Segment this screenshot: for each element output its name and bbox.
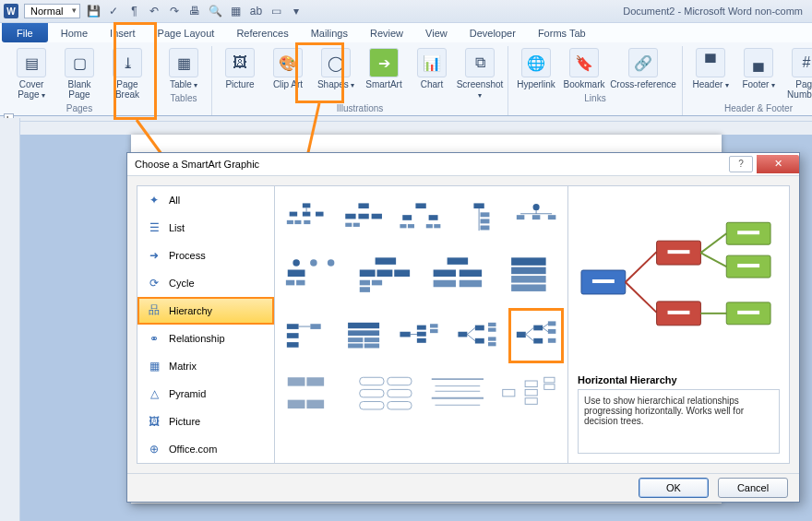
svg-rect-101 xyxy=(360,389,384,397)
bookmark-button[interactable]: 🔖Bookmark xyxy=(562,46,606,91)
category-relationship[interactable]: ⚭Relationship xyxy=(137,325,274,352)
tab-formstab[interactable]: Forms Tab xyxy=(527,23,597,42)
cover-page-button[interactable]: ▤Cover Page xyxy=(9,46,54,101)
gallery-thumb[interactable] xyxy=(514,195,558,240)
gallery-thumb[interactable] xyxy=(399,314,443,358)
svg-rect-132 xyxy=(737,310,759,314)
dialog-help-button[interactable]: ? xyxy=(729,156,753,172)
tab-developer[interactable]: Developer xyxy=(459,23,527,42)
svg-rect-6 xyxy=(290,211,298,216)
page-break-button[interactable]: ⤓Page Break xyxy=(105,46,149,101)
paragraph-icon[interactable]: ¶ xyxy=(126,4,141,18)
cross-reference-button[interactable]: 🔗Cross-reference xyxy=(610,46,676,91)
gallery-thumb[interactable] xyxy=(428,255,487,299)
svg-rect-82 xyxy=(488,327,496,331)
svg-rect-13 xyxy=(345,213,355,219)
category-all[interactable]: ✦All xyxy=(137,186,274,214)
svg-rect-35 xyxy=(548,215,556,219)
tab-review[interactable]: Review xyxy=(359,23,414,42)
screenshot-button[interactable]: ⧉Screenshot xyxy=(458,46,502,101)
svg-rect-104 xyxy=(388,401,412,409)
tab-insert[interactable]: Insert xyxy=(99,23,147,42)
tab-view[interactable]: View xyxy=(414,23,459,42)
svg-rect-9 xyxy=(287,219,293,223)
save-icon[interactable]: 💾 xyxy=(86,4,101,18)
cancel-button[interactable]: Cancel xyxy=(718,478,788,498)
clipart-button[interactable]: 🎨Clip Art xyxy=(266,46,310,101)
svg-rect-123 xyxy=(668,310,690,314)
hyperlink-button[interactable]: 🌐Hyperlink xyxy=(514,46,558,91)
svg-rect-48 xyxy=(360,287,370,292)
gallery-thumb[interactable] xyxy=(341,314,386,358)
category-officecom[interactable]: ⊕Office.com xyxy=(137,435,274,463)
field-icon[interactable]: ▭ xyxy=(269,4,283,18)
gallery-thumb[interactable] xyxy=(499,255,558,299)
shapes-button[interactable]: ◯Shapes xyxy=(314,46,358,101)
svg-rect-92 xyxy=(548,321,556,326)
gallery-thumb[interactable] xyxy=(341,195,386,240)
textbox-icon[interactable]: ab xyxy=(248,4,263,18)
svg-rect-65 xyxy=(348,337,363,342)
svg-rect-113 xyxy=(525,397,537,404)
dialog-close-button[interactable]: ✕ xyxy=(757,155,799,173)
header-button[interactable]: ▀Header xyxy=(688,46,733,101)
gallery-thumb[interactable] xyxy=(428,373,487,417)
gallery-thumb[interactable] xyxy=(356,255,415,299)
svg-rect-88 xyxy=(533,325,543,330)
blank-page-button[interactable]: ▢Blank Page xyxy=(57,46,102,101)
tab-mailings[interactable]: Mailings xyxy=(300,23,359,42)
svg-rect-98 xyxy=(306,399,324,408)
gallery-thumb[interactable] xyxy=(399,195,443,240)
gallery-thumb[interactable] xyxy=(284,314,328,358)
gallery-thumb[interactable] xyxy=(284,195,328,240)
ok-button[interactable]: OK xyxy=(639,478,709,498)
svg-rect-51 xyxy=(459,269,481,277)
gallery-thumb[interactable] xyxy=(356,373,415,417)
svg-rect-102 xyxy=(388,389,412,397)
tab-home[interactable]: Home xyxy=(50,23,99,42)
gallery-thumb-selected[interactable] xyxy=(514,314,558,358)
shapes-icon: ◯ xyxy=(321,48,351,77)
smartart-button[interactable]: ➔SmartArt xyxy=(362,46,406,101)
svg-rect-53 xyxy=(459,279,481,287)
style-selector[interactable]: Normal xyxy=(24,4,80,18)
gallery-thumb[interactable] xyxy=(457,195,501,240)
category-list[interactable]: ☰List xyxy=(137,214,274,242)
gallery-thumb[interactable] xyxy=(457,314,501,358)
category-matrix[interactable]: ▦Matrix xyxy=(137,352,274,380)
footer-button[interactable]: ▄Footer xyxy=(736,46,781,101)
customize-qat-icon[interactable]: ▾ xyxy=(289,4,304,18)
redo-icon[interactable]: ↷ xyxy=(167,4,182,18)
list-icon: ☰ xyxy=(147,220,161,235)
svg-rect-95 xyxy=(288,377,305,385)
category-cycle[interactable]: ⟳Cycle xyxy=(137,269,274,297)
tab-pagelayout[interactable]: Page Layout xyxy=(147,23,226,42)
dialog-footer: OK Cancel xyxy=(127,473,799,502)
table-button[interactable]: ▦Table xyxy=(161,46,206,91)
svg-line-124 xyxy=(700,233,726,253)
page-number-button[interactable]: #Page Number xyxy=(784,46,812,101)
svg-rect-25 xyxy=(473,203,484,208)
tab-references[interactable]: References xyxy=(225,23,299,42)
gallery-thumb[interactable] xyxy=(284,373,343,417)
category-pyramid[interactable]: △Pyramid xyxy=(137,380,274,408)
category-process[interactable]: ➜Process xyxy=(137,242,274,269)
gallery-thumb[interactable] xyxy=(499,373,558,417)
undo-icon[interactable]: ↶ xyxy=(147,4,161,18)
preview-pane: Horizontal Hierarchy Use to show hierarc… xyxy=(568,185,790,464)
category-picture[interactable]: 🖼Picture xyxy=(137,408,274,435)
svg-rect-42 xyxy=(375,257,396,265)
svg-rect-112 xyxy=(525,389,537,396)
category-hierarchy[interactable]: 品Hierarchy xyxy=(137,297,274,325)
print-preview-icon[interactable]: 🔍 xyxy=(208,4,222,18)
table-icon[interactable]: ▦ xyxy=(228,4,243,18)
gallery-thumb[interactable] xyxy=(284,255,343,299)
group-illustrations: Illustrations xyxy=(218,101,502,113)
print-icon[interactable]: 🖶 xyxy=(187,4,202,18)
vertical-ruler[interactable] xyxy=(0,118,20,521)
spellcheck-icon[interactable]: ✓ xyxy=(106,4,121,18)
chart-button[interactable]: 📊Chart xyxy=(410,46,454,101)
tab-file[interactable]: File xyxy=(2,23,48,42)
svg-rect-89 xyxy=(533,337,543,343)
picture-button[interactable]: 🖼Picture xyxy=(218,46,262,101)
